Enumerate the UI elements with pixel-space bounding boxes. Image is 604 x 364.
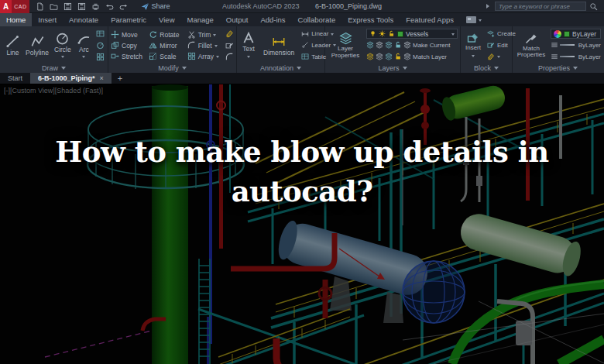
annotation-panel-title[interactable]: Annotation [237,63,324,73]
tab-output[interactable]: Output [220,13,255,26]
tab-insert[interactable]: Insert [32,13,63,26]
linetype-select[interactable]: ByLayer [551,51,601,62]
panel-expand-icon [61,67,66,72]
copy-tool[interactable]: Copy [111,41,147,50]
layer-unlock-icon[interactable] [394,53,402,60]
scale-tool[interactable]: Scale [149,52,185,60]
save-as-icon[interactable] [77,2,86,11]
annotation-panel: Text Dimension Linear Leader Table Annot… [237,26,325,73]
lineweight-icon [551,41,558,49]
layer-state-icon[interactable] [376,41,383,49]
block-more-tool[interactable] [487,53,516,60]
properties-panel-title[interactable]: Properties [513,63,603,73]
trim-tool[interactable]: Trim [187,30,224,39]
quick-access-toolbar: Share [36,2,170,11]
make-current-label[interactable]: Make Current [413,42,450,49]
search-collapse-icon[interactable] [486,4,492,9]
fillet-tool[interactable]: Fillet [187,41,224,50]
rotate-tool[interactable]: Rotate [149,30,185,39]
modify-panel-title[interactable]: Modify [108,63,236,73]
mirror-tool[interactable]: Mirror [149,41,185,50]
circle-label: Circle [54,46,71,53]
title-bar: A CAD Share Autodesk AutoCAD 2023 6-B-10… [0,0,604,13]
edit-block-tool[interactable]: Edit [487,41,516,49]
fillet-icon [187,41,196,50]
tab-parametric[interactable]: Parametric [105,13,153,26]
line-label: Line [6,50,19,57]
search-input[interactable] [495,2,586,11]
properties-panel: Match Properties ByLayer ByLayer [513,26,603,73]
insert-tool[interactable]: Insert [463,32,483,59]
tab-add-ins[interactable]: Add-ins [254,13,291,26]
stretch-tool[interactable]: Stretch [111,52,147,60]
offset-icon[interactable] [225,53,234,61]
tab-home[interactable]: Home [0,13,32,26]
ellipse-icon[interactable] [96,41,105,50]
erase-icon[interactable] [225,29,234,38]
tab-express-tools[interactable]: Express Tools [341,13,400,26]
layer-state-icon[interactable] [385,53,393,60]
mirror-icon [149,41,157,50]
autocad-logo-a: A [0,0,12,13]
move-tool[interactable]: Move [111,30,147,39]
explode-icon[interactable] [225,41,234,50]
block-panel-title[interactable]: Block [461,63,512,73]
tab-start[interactable]: Start [0,73,30,84]
plot-icon[interactable] [91,2,100,11]
autocad-logo[interactable]: A CAD [0,0,29,13]
lineweight-select[interactable]: ByLayer [551,39,601,50]
create-block-tool[interactable]: Create [487,30,516,38]
tab-manage[interactable]: Manage [181,13,220,26]
match-layer-icon[interactable] [403,53,411,60]
layer-lock-small-icon[interactable] [394,41,402,49]
dimension-tool[interactable]: Dimension [261,35,297,57]
match-properties-tool[interactable]: Match Properties [515,33,547,59]
draw-panel-title[interactable]: Draw [0,63,108,73]
color-select[interactable]: ByLayer [551,29,601,39]
array-tool[interactable]: Array [187,52,224,60]
layer-state-icon[interactable] [366,53,374,60]
create-block-icon [487,30,495,38]
copy-icon [111,41,119,50]
search-icon[interactable] [589,2,598,11]
tab-active-document[interactable]: 6-B-1000_Piping* × [30,73,112,84]
leader-icon [301,41,309,49]
document-name: 6-B-1000_Piping.dwg [315,2,382,10]
match-layer-label[interactable]: Match Layer [413,53,447,60]
layer-properties-icon [339,32,352,45]
layer-select[interactable]: Vessels [366,29,458,39]
tab-view[interactable]: View [153,13,180,26]
layer-properties-tool[interactable]: Layer Properties [328,32,363,59]
new-file-icon[interactable] [36,2,44,11]
text-tool[interactable]: Text [239,31,258,60]
layer-state-icon[interactable] [366,41,374,49]
layers-panel-title[interactable]: Layers [325,63,460,73]
line-tool[interactable]: Line [3,34,22,57]
layer-state-icon[interactable] [376,53,383,60]
new-document-tab-button[interactable]: + [112,73,129,84]
rectangle-icon[interactable] [96,29,105,38]
tab-annotate[interactable]: Annotate [63,13,105,26]
ribbon-options-button[interactable] [460,13,488,26]
open-file-icon[interactable] [50,2,58,11]
hatch-icon[interactable] [96,53,105,61]
drawing-viewport[interactable]: [-][Custom View][Shaded (Fast)] How to m… [0,84,604,364]
dropdown-arrow-icon [479,19,482,23]
arc-tool[interactable]: Arc [74,31,94,60]
polyline-tool[interactable]: Polyline [23,34,51,57]
tab-collaborate[interactable]: Collaborate [292,13,342,26]
share-button[interactable]: Share [141,2,170,11]
circle-tool[interactable]: Circle [52,31,74,60]
redo-icon[interactable] [119,2,128,11]
tab-featured-apps[interactable]: Featured Apps [400,13,460,26]
arc-label: Arc [79,46,89,53]
polyline-label: Polyline [26,50,49,57]
close-tab-icon[interactable]: × [100,74,104,82]
undo-icon[interactable] [105,2,114,11]
array-icon [187,52,196,60]
table-icon [301,53,309,60]
panel-expand-icon [297,67,301,72]
save-icon[interactable] [63,2,72,11]
layer-state-icon[interactable] [385,41,393,49]
make-current-icon[interactable] [403,41,411,49]
